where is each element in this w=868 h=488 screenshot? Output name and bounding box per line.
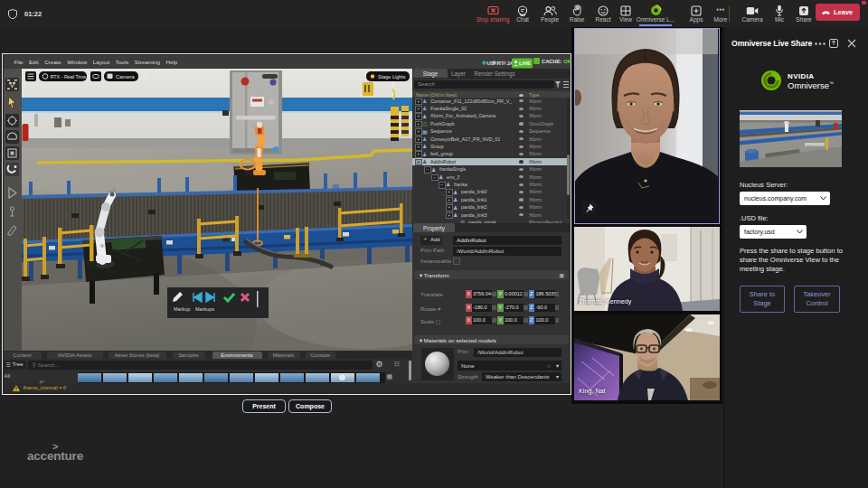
svg-text:Camera: Camera (116, 74, 135, 80)
svg-text:Markup: Markup (174, 306, 190, 312)
svg-text:Markups: Markups (195, 306, 214, 312)
svg-text:LIVE: LIVE (519, 61, 531, 66)
svg-text:RTX - Real Time: RTX - Real Time (50, 74, 86, 80)
svg-text:Stage Lights: Stage Lights (378, 74, 406, 80)
